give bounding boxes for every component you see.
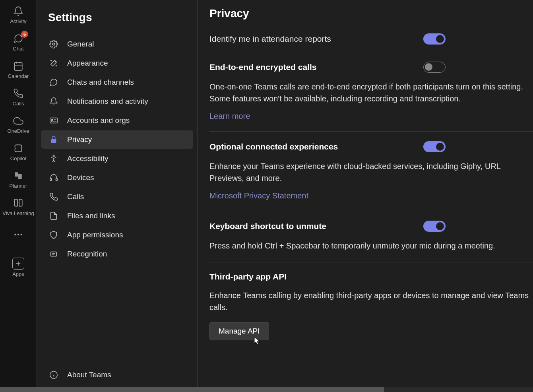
nav-label: Notifications and activity xyxy=(67,97,148,106)
rail-chat[interactable]: 6 Chat xyxy=(0,29,37,56)
plus-icon xyxy=(12,258,24,270)
rail-planner[interactable]: Planner xyxy=(0,166,37,194)
file-icon xyxy=(49,211,58,221)
nav-appearance[interactable]: Appearance xyxy=(41,54,193,72)
nav-about[interactable]: About Teams xyxy=(41,366,193,384)
svg-point-11 xyxy=(52,119,53,121)
bell-icon xyxy=(49,97,58,106)
svg-point-13 xyxy=(53,155,54,157)
rail-viva[interactable]: Viva Learning xyxy=(0,194,37,221)
keyboard-desc: Press and hold Ctrl + Spacebar to tempor… xyxy=(209,240,533,252)
rail-activity-label: Activity xyxy=(10,18,26,24)
chat-icon: 6 xyxy=(13,33,24,44)
svg-rect-10 xyxy=(50,118,57,123)
nav-notifications[interactable]: Notifications and activity xyxy=(41,92,193,111)
bell-icon xyxy=(13,6,24,17)
calendar-icon xyxy=(13,60,24,72)
keyboard-heading: Keyboard shortcut to unmute xyxy=(209,221,326,231)
rail-apps-label: Apps xyxy=(12,271,24,277)
nav-about-label: About Teams xyxy=(67,371,111,379)
svg-point-5 xyxy=(17,234,19,235)
svg-rect-16 xyxy=(51,252,57,256)
svg-point-9 xyxy=(52,43,55,45)
page-title: Privacy xyxy=(209,7,533,30)
nav-label: Accounts and orgs xyxy=(67,116,130,125)
chat-icon xyxy=(49,78,58,87)
nav-general[interactable]: General xyxy=(41,35,193,53)
rail-calls[interactable]: Calls xyxy=(0,84,37,111)
rail-more[interactable] xyxy=(0,225,37,246)
keyboard-toggle[interactable] xyxy=(423,221,446,232)
shield-icon xyxy=(49,230,58,240)
rail-copilot-label: Copilot xyxy=(10,155,26,161)
nav-label: App permissions xyxy=(67,231,123,239)
nav-label: Recognition xyxy=(67,250,107,258)
planner-icon xyxy=(13,170,24,181)
rail-calls-label: Calls xyxy=(13,101,24,107)
nav-label: Privacy xyxy=(67,135,92,144)
nav-permissions[interactable]: App permissions xyxy=(41,226,193,244)
settings-sidebar: Settings General Appearance Chats and ch… xyxy=(37,0,198,392)
thirdparty-desc: Enhance Teams calling by enabling third-… xyxy=(209,289,533,313)
rail-copilot[interactable]: Copilot xyxy=(0,139,37,166)
rail-calendar-label: Calendar xyxy=(8,73,29,79)
connected-desc: Enhance your Teams experience with cloud… xyxy=(209,160,533,184)
nav-calls-settings[interactable]: Calls xyxy=(41,188,193,206)
main-content: Privacy Identify me in attendance report… xyxy=(198,0,533,392)
svg-point-4 xyxy=(14,234,16,235)
rail-viva-label: Viva Learning xyxy=(2,210,34,216)
attendance-label: Identify me in attendance reports xyxy=(209,34,331,44)
rail-chat-label: Chat xyxy=(13,46,23,52)
nav-accounts[interactable]: Accounts and orgs xyxy=(41,111,193,130)
chat-badge: 6 xyxy=(21,31,28,38)
rail-activity[interactable]: Activity xyxy=(0,2,37,29)
connected-section: Optional connected experiences Enhance y… xyxy=(209,132,533,211)
nav-label: Files and links xyxy=(67,212,115,220)
rail-planner-label: Planner xyxy=(10,183,27,189)
nav-accessibility[interactable]: Accessibility xyxy=(41,149,193,168)
nav-files[interactable]: Files and links xyxy=(41,207,193,225)
rail-onedrive[interactable]: OneDrive xyxy=(0,111,37,139)
rail-calendar[interactable]: Calendar xyxy=(0,56,37,84)
svg-rect-14 xyxy=(50,179,52,181)
copilot-icon xyxy=(13,143,24,154)
nav-label: Appearance xyxy=(67,59,108,68)
lock-icon xyxy=(49,135,58,144)
nav-privacy[interactable]: Privacy xyxy=(41,130,193,149)
e2e-desc: One-on-one Teams calls are end-to-end en… xyxy=(209,81,533,105)
connected-heading: Optional connected experiences xyxy=(209,142,338,151)
e2e-heading: End-to-end encrypted calls xyxy=(209,62,317,72)
keyboard-section: Keyboard shortcut to unmute Press and ho… xyxy=(209,211,533,262)
attendance-section: Identify me in attendance reports xyxy=(209,30,533,52)
e2e-learn-more-link[interactable]: Learn more xyxy=(209,112,250,121)
connected-toggle[interactable] xyxy=(423,141,446,152)
attendance-toggle[interactable] xyxy=(423,33,446,45)
info-icon xyxy=(49,370,58,380)
nav-label: General xyxy=(67,40,94,49)
thirdparty-heading: Third-party app API xyxy=(209,272,533,281)
e2e-section: End-to-end encrypted calls One-on-one Te… xyxy=(209,52,533,132)
horizontal-scrollbar[interactable] xyxy=(0,387,533,392)
settings-nav: General Appearance Chats and channels No… xyxy=(41,35,193,366)
nav-label: Accessibility xyxy=(67,154,108,163)
nav-label: Devices xyxy=(67,173,94,182)
e2e-toggle[interactable] xyxy=(423,62,446,73)
gear-icon xyxy=(49,39,58,49)
privacy-statement-link[interactable]: Microsoft Privacy Statement xyxy=(209,191,308,200)
nav-label: Chats and channels xyxy=(67,78,134,87)
app-rail: Activity 6 Chat Calendar Calls OneDrive … xyxy=(0,0,37,392)
rail-onedrive-label: OneDrive xyxy=(8,128,29,134)
cloud-icon xyxy=(13,115,24,126)
scrollbar-thumb[interactable] xyxy=(0,387,384,392)
nav-chats[interactable]: Chats and channels xyxy=(41,73,193,91)
ellipsis-icon xyxy=(13,229,24,240)
viva-icon xyxy=(13,198,24,209)
svg-rect-15 xyxy=(56,179,58,181)
nav-recognition[interactable]: Recognition xyxy=(41,245,193,263)
manage-api-button[interactable]: Manage API xyxy=(209,322,269,340)
rail-apps[interactable]: Apps xyxy=(0,254,37,282)
nav-devices[interactable]: Devices xyxy=(41,169,193,187)
phone-icon xyxy=(13,88,24,99)
accessibility-icon xyxy=(49,154,58,163)
thirdparty-section: Third-party app API Enhance Teams callin… xyxy=(209,262,533,351)
